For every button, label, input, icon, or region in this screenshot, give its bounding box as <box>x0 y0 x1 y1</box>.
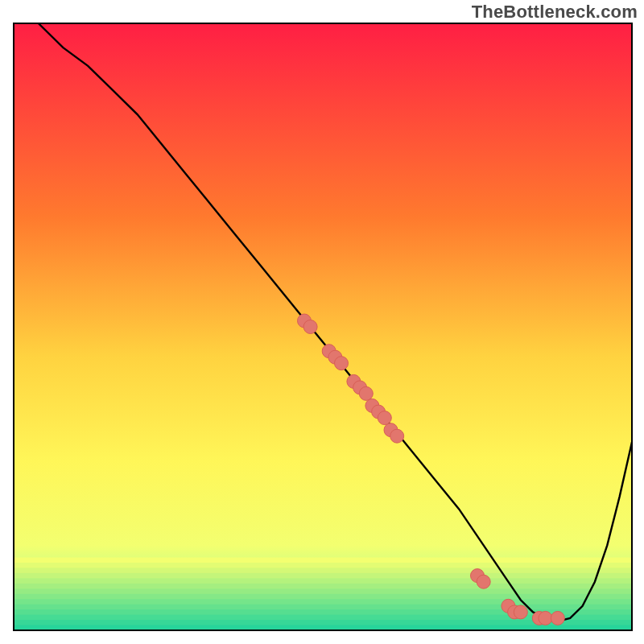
green-band <box>14 578 632 584</box>
highlight-point <box>514 605 527 619</box>
highlight-point <box>539 611 552 625</box>
highlight-point <box>477 575 490 588</box>
green-band <box>14 584 632 589</box>
green-band <box>14 573 632 579</box>
highlight-point <box>359 386 373 400</box>
watermark-text: TheBottleneck.com <box>472 2 638 23</box>
highlight-point <box>335 357 349 370</box>
green-band <box>14 594 632 600</box>
gradient-background <box>14 23 632 630</box>
plot-area <box>13 23 633 631</box>
highlight-point <box>378 411 391 425</box>
highlight-point <box>303 320 317 334</box>
highlight-point <box>551 611 564 625</box>
chart-container: TheBottleneck.com <box>0 0 644 644</box>
green-band <box>14 605 632 610</box>
green-band <box>14 588 632 594</box>
green-band <box>14 563 632 568</box>
chart-svg <box>13 23 633 631</box>
green-band <box>14 558 632 564</box>
highlight-point <box>390 429 404 443</box>
green-band <box>14 599 632 605</box>
green-band <box>14 568 632 573</box>
